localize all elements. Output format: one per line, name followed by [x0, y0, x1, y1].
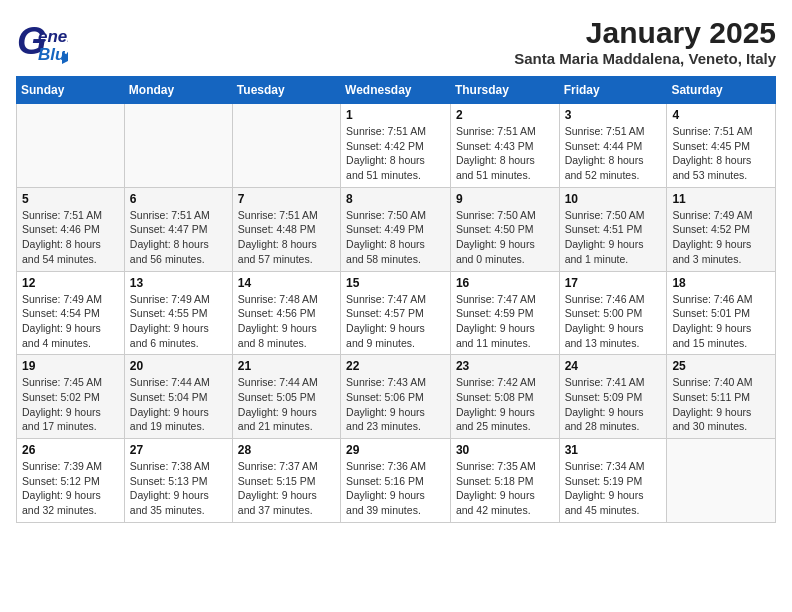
logo: G eneral Blue	[16, 16, 68, 68]
calendar-day: 5Sunrise: 7:51 AM Sunset: 4:46 PM Daylig…	[17, 187, 125, 271]
day-number: 3	[565, 108, 662, 122]
day-info: Sunrise: 7:51 AM Sunset: 4:43 PM Dayligh…	[456, 124, 554, 183]
calendar-week-4: 19Sunrise: 7:45 AM Sunset: 5:02 PM Dayli…	[17, 355, 776, 439]
day-info: Sunrise: 7:44 AM Sunset: 5:05 PM Dayligh…	[238, 375, 335, 434]
header-thursday: Thursday	[450, 77, 559, 104]
day-number: 9	[456, 192, 554, 206]
day-info: Sunrise: 7:40 AM Sunset: 5:11 PM Dayligh…	[672, 375, 770, 434]
day-number: 10	[565, 192, 662, 206]
svg-text:eneral: eneral	[38, 27, 68, 46]
calendar-day: 12Sunrise: 7:49 AM Sunset: 4:54 PM Dayli…	[17, 271, 125, 355]
day-number: 7	[238, 192, 335, 206]
day-number: 30	[456, 443, 554, 457]
day-number: 8	[346, 192, 445, 206]
header-wednesday: Wednesday	[341, 77, 451, 104]
day-number: 29	[346, 443, 445, 457]
calendar-day: 7Sunrise: 7:51 AM Sunset: 4:48 PM Daylig…	[232, 187, 340, 271]
day-info: Sunrise: 7:50 AM Sunset: 4:51 PM Dayligh…	[565, 208, 662, 267]
day-info: Sunrise: 7:43 AM Sunset: 5:06 PM Dayligh…	[346, 375, 445, 434]
day-number: 18	[672, 276, 770, 290]
day-number: 21	[238, 359, 335, 373]
day-info: Sunrise: 7:51 AM Sunset: 4:45 PM Dayligh…	[672, 124, 770, 183]
day-number: 31	[565, 443, 662, 457]
day-info: Sunrise: 7:39 AM Sunset: 5:12 PM Dayligh…	[22, 459, 119, 518]
calendar-subtitle: Santa Maria Maddalena, Veneto, Italy	[514, 50, 776, 67]
day-number: 11	[672, 192, 770, 206]
day-number: 5	[22, 192, 119, 206]
calendar-day: 8Sunrise: 7:50 AM Sunset: 4:49 PM Daylig…	[341, 187, 451, 271]
calendar-table: Sunday Monday Tuesday Wednesday Thursday…	[16, 76, 776, 523]
day-number: 14	[238, 276, 335, 290]
calendar-day: 21Sunrise: 7:44 AM Sunset: 5:05 PM Dayli…	[232, 355, 340, 439]
day-info: Sunrise: 7:34 AM Sunset: 5:19 PM Dayligh…	[565, 459, 662, 518]
day-header-row: Sunday Monday Tuesday Wednesday Thursday…	[17, 77, 776, 104]
calendar-day	[17, 104, 125, 188]
calendar-day: 3Sunrise: 7:51 AM Sunset: 4:44 PM Daylig…	[559, 104, 667, 188]
day-info: Sunrise: 7:49 AM Sunset: 4:52 PM Dayligh…	[672, 208, 770, 267]
day-info: Sunrise: 7:45 AM Sunset: 5:02 PM Dayligh…	[22, 375, 119, 434]
calendar-day: 18Sunrise: 7:46 AM Sunset: 5:01 PM Dayli…	[667, 271, 776, 355]
day-info: Sunrise: 7:51 AM Sunset: 4:48 PM Dayligh…	[238, 208, 335, 267]
header-tuesday: Tuesday	[232, 77, 340, 104]
calendar-day	[232, 104, 340, 188]
day-info: Sunrise: 7:51 AM Sunset: 4:46 PM Dayligh…	[22, 208, 119, 267]
calendar-day: 15Sunrise: 7:47 AM Sunset: 4:57 PM Dayli…	[341, 271, 451, 355]
day-info: Sunrise: 7:48 AM Sunset: 4:56 PM Dayligh…	[238, 292, 335, 351]
header-sunday: Sunday	[17, 77, 125, 104]
header-monday: Monday	[124, 77, 232, 104]
day-number: 6	[130, 192, 227, 206]
calendar-day: 31Sunrise: 7:34 AM Sunset: 5:19 PM Dayli…	[559, 439, 667, 523]
calendar-day: 29Sunrise: 7:36 AM Sunset: 5:16 PM Dayli…	[341, 439, 451, 523]
day-number: 13	[130, 276, 227, 290]
calendar-day: 17Sunrise: 7:46 AM Sunset: 5:00 PM Dayli…	[559, 271, 667, 355]
day-info: Sunrise: 7:51 AM Sunset: 4:42 PM Dayligh…	[346, 124, 445, 183]
day-info: Sunrise: 7:50 AM Sunset: 4:49 PM Dayligh…	[346, 208, 445, 267]
calendar-day: 13Sunrise: 7:49 AM Sunset: 4:55 PM Dayli…	[124, 271, 232, 355]
day-info: Sunrise: 7:47 AM Sunset: 4:57 PM Dayligh…	[346, 292, 445, 351]
calendar-day: 24Sunrise: 7:41 AM Sunset: 5:09 PM Dayli…	[559, 355, 667, 439]
day-number: 2	[456, 108, 554, 122]
calendar-day	[667, 439, 776, 523]
calendar-day: 11Sunrise: 7:49 AM Sunset: 4:52 PM Dayli…	[667, 187, 776, 271]
calendar-day: 22Sunrise: 7:43 AM Sunset: 5:06 PM Dayli…	[341, 355, 451, 439]
calendar-week-2: 5Sunrise: 7:51 AM Sunset: 4:46 PM Daylig…	[17, 187, 776, 271]
day-info: Sunrise: 7:35 AM Sunset: 5:18 PM Dayligh…	[456, 459, 554, 518]
calendar-day: 23Sunrise: 7:42 AM Sunset: 5:08 PM Dayli…	[450, 355, 559, 439]
calendar-day: 10Sunrise: 7:50 AM Sunset: 4:51 PM Dayli…	[559, 187, 667, 271]
day-number: 4	[672, 108, 770, 122]
page-header: G eneral Blue January 2025 Santa Maria M…	[16, 16, 776, 68]
calendar-day: 2Sunrise: 7:51 AM Sunset: 4:43 PM Daylig…	[450, 104, 559, 188]
calendar-day: 25Sunrise: 7:40 AM Sunset: 5:11 PM Dayli…	[667, 355, 776, 439]
header-saturday: Saturday	[667, 77, 776, 104]
day-info: Sunrise: 7:51 AM Sunset: 4:44 PM Dayligh…	[565, 124, 662, 183]
day-info: Sunrise: 7:51 AM Sunset: 4:47 PM Dayligh…	[130, 208, 227, 267]
day-number: 15	[346, 276, 445, 290]
day-number: 26	[22, 443, 119, 457]
calendar-week-3: 12Sunrise: 7:49 AM Sunset: 4:54 PM Dayli…	[17, 271, 776, 355]
day-number: 17	[565, 276, 662, 290]
day-info: Sunrise: 7:42 AM Sunset: 5:08 PM Dayligh…	[456, 375, 554, 434]
calendar-day: 27Sunrise: 7:38 AM Sunset: 5:13 PM Dayli…	[124, 439, 232, 523]
day-number: 25	[672, 359, 770, 373]
day-number: 28	[238, 443, 335, 457]
day-number: 20	[130, 359, 227, 373]
calendar-day: 16Sunrise: 7:47 AM Sunset: 4:59 PM Dayli…	[450, 271, 559, 355]
day-info: Sunrise: 7:41 AM Sunset: 5:09 PM Dayligh…	[565, 375, 662, 434]
day-number: 24	[565, 359, 662, 373]
calendar-day: 30Sunrise: 7:35 AM Sunset: 5:18 PM Dayli…	[450, 439, 559, 523]
title-block: January 2025 Santa Maria Maddalena, Vene…	[514, 16, 776, 67]
day-number: 1	[346, 108, 445, 122]
header-friday: Friday	[559, 77, 667, 104]
day-info: Sunrise: 7:50 AM Sunset: 4:50 PM Dayligh…	[456, 208, 554, 267]
calendar-week-1: 1Sunrise: 7:51 AM Sunset: 4:42 PM Daylig…	[17, 104, 776, 188]
day-info: Sunrise: 7:47 AM Sunset: 4:59 PM Dayligh…	[456, 292, 554, 351]
day-info: Sunrise: 7:46 AM Sunset: 5:00 PM Dayligh…	[565, 292, 662, 351]
day-info: Sunrise: 7:49 AM Sunset: 4:55 PM Dayligh…	[130, 292, 227, 351]
day-info: Sunrise: 7:49 AM Sunset: 4:54 PM Dayligh…	[22, 292, 119, 351]
day-info: Sunrise: 7:38 AM Sunset: 5:13 PM Dayligh…	[130, 459, 227, 518]
calendar-day: 6Sunrise: 7:51 AM Sunset: 4:47 PM Daylig…	[124, 187, 232, 271]
calendar-title: January 2025	[514, 16, 776, 50]
day-info: Sunrise: 7:37 AM Sunset: 5:15 PM Dayligh…	[238, 459, 335, 518]
day-info: Sunrise: 7:44 AM Sunset: 5:04 PM Dayligh…	[130, 375, 227, 434]
day-number: 22	[346, 359, 445, 373]
